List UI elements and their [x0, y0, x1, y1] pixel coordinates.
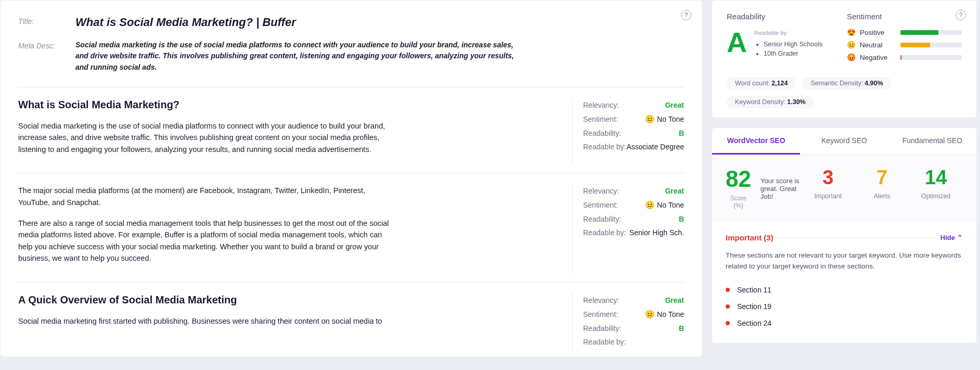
sentiment-title: Sentiment — [847, 12, 962, 21]
seo-score: 82 — [726, 168, 751, 190]
content-analysis-panel: ? Title: What is Social Media Marketing?… — [0, 0, 702, 357]
section-metrics: Relevancy:Great Sentiment:😐No Tone Reada… — [572, 294, 684, 351]
meta-label: Meta Desc: — [18, 40, 75, 50]
content-section: A Quick Overview of Social Media Marketi… — [1, 286, 702, 356]
important-item[interactable]: Section 19 — [726, 298, 963, 315]
word-count-pill: Word count:2,124 — [727, 77, 796, 90]
important-item[interactable]: Section 11 — [726, 282, 963, 298]
section-paragraph: Social media marketing is the use of soc… — [18, 120, 393, 155]
hide-toggle[interactable]: Hide⌃ — [940, 234, 963, 241]
readability-level: 10th Grader — [764, 49, 822, 58]
important-description: These sections are not relevant to your … — [726, 250, 963, 272]
section-heading: A Quick Overview of Social Media Marketi… — [18, 294, 562, 306]
readable-by-label: Readable by: — [754, 30, 788, 36]
section-paragraph: The major social media platforms (at the… — [18, 185, 393, 208]
help-icon[interactable]: ? — [956, 10, 966, 20]
readability-level: Senior High Schools — [764, 40, 822, 49]
content-section: What is Social Media Marketing?Social me… — [1, 91, 702, 170]
section-metrics: Relevancy:Great Sentiment:😐No Tone Reada… — [572, 99, 684, 164]
section-heading: What is Social Media Marketing? — [18, 99, 562, 111]
tab-keyword seo[interactable]: Keyword SEO — [800, 128, 888, 155]
sentiment-block: Sentiment 😍Positive 😐Neutral 😡Negative — [847, 12, 962, 66]
bullet-icon — [726, 321, 730, 325]
readability-title: Readability — [727, 12, 842, 21]
meta-description: Social media marketing is the use of soc… — [75, 40, 528, 73]
page-title: What is Social Media Marketing? | Buffer — [75, 15, 296, 30]
section-paragraph: There are also a range of social media m… — [18, 218, 393, 264]
semantic-density-pill: Semantic Density:4.90% — [802, 77, 891, 90]
title-label: Title: — [18, 15, 75, 25]
readability-block: Readability A Readable by: Senior High S… — [727, 12, 842, 66]
score-message: Your score is great. Great Job! — [760, 177, 801, 200]
bullet-icon — [726, 304, 730, 309]
important-title: Important (3) — [726, 233, 773, 242]
content-section: The major social media platforms (at the… — [1, 176, 702, 279]
seo-tabs: WordVector SEOKeyword SEOFundamental SEO — [712, 128, 976, 155]
chevron-up-icon: ⌃ — [957, 234, 963, 241]
insights-card: ? Readability A Readable by: Senior High… — [712, 0, 977, 118]
important-item[interactable]: Section 24 — [726, 315, 963, 331]
seo-scores-card: WordVector SEOKeyword SEOFundamental SEO… — [712, 127, 977, 343]
bullet-icon — [726, 288, 730, 292]
keyword-density-pill: Keyword Density:1.30% — [727, 96, 814, 108]
tab-fundamental seo[interactable]: Fundamental SEO — [888, 128, 976, 155]
section-metrics: Relevancy:Great Sentiment:😐No Tone Reada… — [572, 185, 684, 274]
section-paragraph: Social media marketing first started wit… — [18, 315, 393, 327]
tab-wordvector seo[interactable]: WordVector SEO — [712, 128, 800, 155]
readability-grade: A — [727, 28, 747, 56]
